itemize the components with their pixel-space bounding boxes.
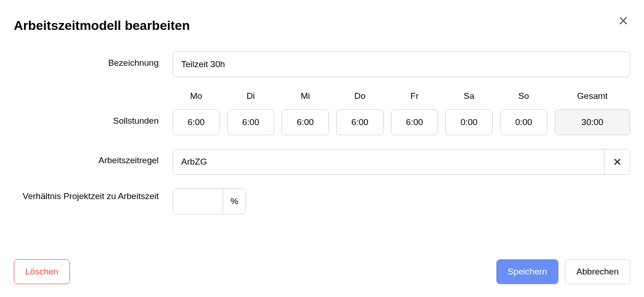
day-col-fr: Fr — [391, 91, 438, 135]
day-header: Mi — [301, 91, 310, 101]
day-col-di: Di — [227, 91, 275, 135]
edit-worktime-model-dialog: Arbeitszeitmodell bearbeiten Bezeichnung… — [0, 0, 644, 297]
hours-input-do[interactable] — [336, 109, 384, 135]
ratio-input-group: % — [172, 188, 246, 214]
clear-icon — [614, 158, 621, 166]
row-name: Bezeichnung — [14, 51, 630, 77]
day-header: Mo — [190, 91, 202, 101]
delete-button[interactable]: Löschen — [14, 259, 70, 284]
worktime-rule-input[interactable] — [173, 149, 604, 174]
label-worktime-rule: Arbeitszeitregel — [14, 149, 172, 166]
day-header: Di — [247, 91, 255, 101]
row-ratio: Verhältnis Projektzeit zu Arbeitszeit % — [14, 188, 630, 214]
close-button[interactable] — [616, 14, 630, 29]
day-col-mi: Mi — [282, 91, 329, 135]
hours-input-so[interactable] — [500, 109, 547, 135]
hours-input-sa[interactable] — [445, 109, 493, 135]
percent-suffix: % — [223, 189, 246, 214]
save-button[interactable]: Speichern — [496, 259, 559, 284]
dialog-footer: Löschen Speichern Abbrechen — [14, 259, 630, 284]
day-header: Fr — [410, 91, 419, 101]
day-col-total: Gesamt — [555, 91, 630, 135]
row-target-hours: Sollstunden Mo Di Mi Do — [14, 91, 630, 135]
day-col-do: Do — [336, 91, 384, 135]
hours-input-fr[interactable] — [391, 109, 438, 135]
name-input[interactable] — [172, 51, 630, 77]
day-col-sa: Sa — [445, 91, 493, 135]
cancel-button[interactable]: Abbrechen — [565, 259, 630, 284]
day-col-so: So — [500, 91, 547, 135]
hours-input-di[interactable] — [227, 109, 275, 135]
dialog-title: Arbeitszeitmodell bearbeiten — [14, 18, 630, 33]
ratio-input[interactable] — [173, 189, 223, 214]
hours-input-mi[interactable] — [282, 109, 329, 135]
clear-worktime-rule-button[interactable] — [604, 149, 630, 174]
day-header: Do — [354, 91, 365, 101]
row-worktime-rule: Arbeitszeitregel — [14, 149, 630, 175]
day-header: So — [518, 91, 529, 101]
label-target-hours: Sollstunden — [14, 91, 172, 126]
day-col-mo: Mo — [172, 91, 220, 135]
close-icon — [618, 16, 628, 26]
day-header: Sa — [464, 91, 474, 101]
hours-total — [555, 109, 630, 135]
label-name: Bezeichnung — [14, 51, 172, 68]
worktime-rule-select[interactable] — [172, 149, 630, 175]
days-grid: Mo Di Mi Do Fr — [172, 91, 630, 135]
day-header-total: Gesamt — [577, 91, 608, 101]
hours-input-mo[interactable] — [172, 109, 220, 135]
label-ratio: Verhältnis Projektzeit zu Arbeitszeit — [14, 188, 172, 203]
